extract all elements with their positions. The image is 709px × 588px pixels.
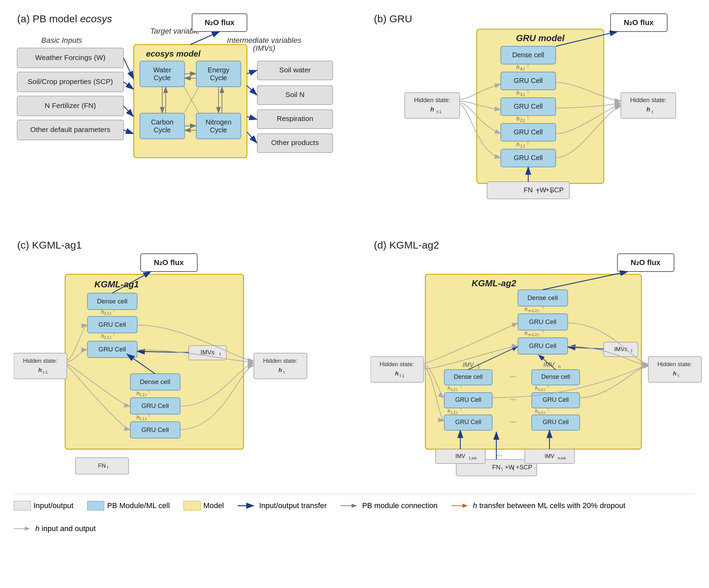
legend-label-io: Input/output: [34, 501, 73, 510]
kgml1-gru-main-label: GRU Cell: [98, 346, 126, 353]
main-container: (a) PB model ecosys Basic Inputs Weather…: [0, 0, 709, 588]
imvn-sub: n: [558, 364, 560, 369]
panel-c-svg: (c) KGML-ag1 N₂O flux KGML-ag1 Dense cel…: [14, 237, 350, 483]
legend-label-hio: h input and output: [35, 524, 96, 533]
hn2t-arrl: ↑: [547, 407, 550, 412]
input-other-label: Other default parameters: [30, 125, 110, 133]
basic-inputs-label: Basic Inputs: [41, 36, 82, 45]
h12t-sub: 1,2,t: [139, 393, 146, 397]
arrow-scp-ecosys: [123, 82, 133, 89]
panel-c-title: (c) KGML-ag1: [17, 239, 82, 251]
h12t-sub-dl: 1,2,t: [451, 411, 458, 415]
water-cycle-label: Water: [153, 66, 172, 74]
legend-label-pb: PB Module/ML cell: [107, 501, 170, 510]
kgml2-label: KGML-ag2: [472, 278, 517, 288]
imvs-t-label-d: IMVs: [614, 346, 628, 352]
hidden-in-sub: t-1: [436, 109, 441, 114]
input-label-plus: +W: [536, 186, 546, 194]
gru-model-label: GRU model: [516, 33, 565, 43]
hn2t-sub-dl: n,2,t: [538, 411, 545, 415]
h12t-arr-d: ↑: [460, 384, 462, 389]
legend-label-model: Model: [203, 501, 224, 510]
carbon-cycle-label2: Cycle: [154, 126, 171, 134]
imvn-init-sub: n,init: [558, 456, 566, 460]
input-fn-label-c: FN: [98, 463, 106, 469]
hidden-in-text2-d: h: [395, 370, 399, 377]
kgml2-gru-1b-label: GRU Cell: [455, 419, 481, 425]
h4t-arrow: ↑: [527, 63, 529, 69]
hidden-out-box-c: [254, 353, 307, 379]
input-label-text: FN: [524, 186, 533, 194]
legend-h-io: h input and output: [14, 524, 96, 533]
dots-middle: ···: [510, 372, 516, 381]
hidden-in-box-d: [370, 357, 424, 382]
imvn-init-label: IMV: [545, 453, 555, 459]
hidden-in-sub-c: t-1: [43, 370, 48, 375]
kgml1-dense-lower-label: Dense cell: [140, 378, 170, 385]
h2t-sub: 2,t: [520, 118, 525, 123]
panel-c: (c) KGML-ag1 N₂O flux KGML-ag1 Dense cel…: [14, 237, 350, 483]
water-cycle-label2: Cycle: [154, 74, 171, 82]
hidden-out-text2: h: [647, 106, 650, 113]
n2o-flux-label-b: N₂O flux: [624, 18, 654, 27]
hn12t-bot-arr: ↑: [542, 329, 544, 334]
h22t-arr: ↑: [113, 307, 115, 313]
h3t-sub: 3,t: [520, 92, 525, 97]
legend-h-transfer: h transfer between ML cells with 20% dro…: [451, 501, 625, 510]
imv1-init-label: IMV: [456, 453, 465, 459]
panel-b-title: (b) GRU: [374, 13, 412, 24]
hn12t-bot-sub: n+1,2,t: [528, 333, 539, 337]
hn12t-bot: h: [525, 331, 528, 336]
hidden-out-text1: Hidden state:: [630, 97, 666, 104]
kgml2-dense-n-label: Dense cell: [541, 373, 570, 380]
panel-a-title: (a) PB model ecosys: [17, 13, 112, 24]
hidden-out-text2-c: h: [279, 367, 282, 373]
gru-dense-label: Dense cell: [512, 51, 544, 59]
gru-cell-3-label: GRU Cell: [514, 128, 543, 136]
hn2t-sub-d: n,2,t: [538, 388, 545, 392]
h1t-sub: 1,t: [520, 144, 525, 148]
input-fn-label-d: FN: [492, 464, 500, 471]
h1t-arrow: ↑: [527, 140, 529, 146]
legend-label-iotransfer: Input/output transfer: [259, 501, 327, 510]
h12t-arr: ↑: [148, 388, 151, 394]
hidden-in-text1-d: Hidden state:: [380, 361, 414, 368]
hn12t-top-sub: n+1,2,t: [528, 309, 539, 313]
kgml2-gru-center-label: GRU Cell: [529, 342, 556, 349]
imv1-init-sub: 1,init: [469, 456, 476, 460]
input-n-label: N Fertilizer (FN): [45, 101, 96, 109]
legend-label-htransfer: h transfer between ML cells with 20% dro…: [473, 501, 625, 510]
panel-b: (b) GRU N₂O flux GRU model Dense cell h …: [370, 10, 707, 223]
h2t-arrow: ↑: [527, 115, 529, 120]
hn12t-arr: ↑: [542, 305, 544, 310]
nitrogen-cycle-label2: Cycle: [210, 126, 227, 134]
hn2t-d: h: [535, 385, 538, 391]
hidden-out-sub: t: [652, 109, 653, 114]
hn2t-dl: h: [535, 408, 538, 414]
ecosys-model-label: ecosys model: [146, 49, 201, 58]
hidden-out-box-d: [648, 357, 701, 382]
legend-pb-ml: PB Module/ML cell: [87, 501, 170, 511]
h12t-arrl: ↑: [460, 407, 462, 412]
hn12t-top: h: [525, 307, 528, 312]
panel-a: (a) PB model ecosys Basic Inputs Weather…: [14, 10, 350, 223]
kgml1-model-label: KGML-ag1: [94, 279, 139, 289]
imv-label2: (IMVs): [253, 44, 275, 52]
panel-d: (d) KGML-ag2 N₂O flux KGML-ag2 Dense cel…: [370, 237, 707, 483]
kgml2-dense-top-label: Dense cell: [528, 294, 558, 301]
gru-cell-4-label: GRU Cell: [514, 154, 543, 161]
input-weather-label: Weather Forcings (W): [35, 53, 106, 61]
h11t-sub: 1,1,t: [139, 417, 146, 421]
legend-pb-conn: PB module connection: [341, 501, 438, 510]
kgml1-dense-upper-label: Dense cell: [97, 298, 128, 305]
input-label-scp: +SCP: [546, 186, 564, 194]
out-soil-n-label: Soil N: [285, 91, 305, 98]
panel-d-title: (d) KGML-ag2: [374, 239, 439, 251]
kgml2-gru-nb-label: GRU Cell: [543, 419, 569, 425]
arr-out1: [247, 70, 257, 74]
h12t-d: h: [448, 385, 450, 391]
hidden-in-text2-c: h: [38, 367, 42, 373]
arrow-w-ecosys: [123, 58, 133, 79]
h21t-arr: ↑: [113, 331, 115, 337]
input-scp-d: +SCP: [516, 464, 532, 471]
